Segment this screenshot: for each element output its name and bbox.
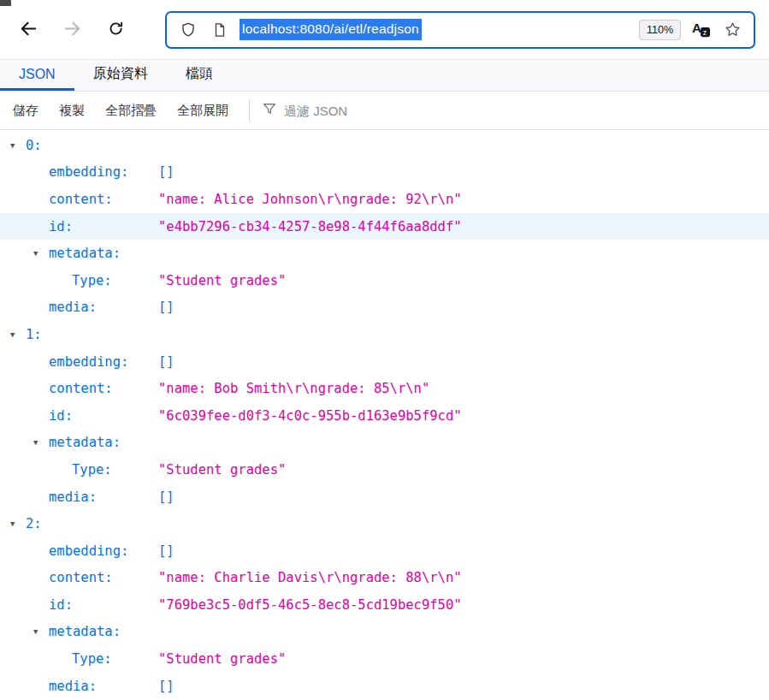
json-row[interactable]: id:"6c039fee-d0f3-4c0c-955b-d163e9b5f9cd… <box>0 402 769 430</box>
json-row[interactable]: content:"name: Alice Johnson\r\ngrade: 9… <box>0 186 769 213</box>
reload-button[interactable] <box>99 14 132 46</box>
expand-arrow-icon[interactable]: ▼ <box>33 249 49 258</box>
json-row[interactable]: Type:"Student grades" <box>0 456 769 483</box>
expand-arrow-icon[interactable]: ▼ <box>33 438 49 447</box>
json-tree: ▼0:embedding:[]content:"name: Alice John… <box>0 130 769 699</box>
expand-all-button[interactable]: 全部展開 <box>177 103 228 119</box>
browser-toolbar: localhost:8080/ai/etl/readjson 110% Az <box>0 0 769 60</box>
copy-button[interactable]: 複製 <box>59 103 85 119</box>
json-value: "name: Charlie Davis\r\ngrade: 88\r\n" <box>158 570 462 585</box>
json-row[interactable]: content:"name: Bob Smith\r\ngrade: 85\r\… <box>0 375 769 402</box>
json-key: id: <box>49 597 73 613</box>
tab-raw-data[interactable]: 原始資料 <box>74 60 167 91</box>
json-key: 2: <box>26 516 42 531</box>
json-key: Type: <box>72 273 112 288</box>
url-input[interactable]: localhost:8080/ai/etl/readjson <box>240 19 422 40</box>
json-key: content: <box>49 381 113 396</box>
json-key: media: <box>49 679 97 694</box>
viewer-tabbar: JSON原始資料檔頭 <box>0 60 769 92</box>
json-key: metadata: <box>49 624 121 639</box>
json-row[interactable]: embedding:[] <box>0 537 769 565</box>
save-button[interactable]: 儲存 <box>13 103 38 119</box>
json-value: "6c039fee-d0f3-4c0c-955b-d163e9b5f9cd" <box>158 408 462 424</box>
json-row[interactable]: ▼metadata: <box>0 619 769 646</box>
expand-arrow-icon[interactable]: ▼ <box>10 519 26 528</box>
json-key: embedding: <box>49 354 128 370</box>
json-key: Type: <box>72 462 112 478</box>
json-key: content: <box>49 192 113 207</box>
url-bar[interactable]: localhost:8080/ai/etl/readjson 110% Az <box>165 11 755 49</box>
json-row[interactable]: ▼metadata: <box>0 240 769 267</box>
tab-json[interactable]: JSON <box>0 60 74 91</box>
filter-json-input[interactable] <box>284 104 472 118</box>
toolbar-separator <box>249 100 250 121</box>
json-row[interactable]: ▼1: <box>0 321 769 348</box>
json-row[interactable]: embedding:[] <box>0 159 769 187</box>
json-value: "Student grades" <box>158 651 286 667</box>
json-key: media: <box>49 489 97 505</box>
json-key: 0: <box>26 138 42 153</box>
json-value: "name: Alice Johnson\r\ngrade: 92\r\n" <box>158 192 462 207</box>
json-value: [] <box>158 354 175 370</box>
json-key: Type: <box>72 651 112 667</box>
json-value: [] <box>158 164 175 180</box>
json-key: metadata: <box>49 435 121 450</box>
filter-funnel-icon <box>262 101 277 120</box>
json-key: id: <box>49 408 73 424</box>
forward-arrow-icon <box>62 19 82 41</box>
expand-arrow-icon[interactable]: ▼ <box>33 627 49 636</box>
window-edge <box>0 0 11 6</box>
json-value: [] <box>158 489 175 505</box>
json-row[interactable]: embedding:[] <box>0 348 769 376</box>
json-row[interactable]: media:[] <box>0 294 769 322</box>
reload-icon <box>107 20 125 40</box>
json-key: content: <box>49 570 113 585</box>
json-value: "Student grades" <box>158 273 286 288</box>
json-key: metadata: <box>49 246 121 261</box>
json-value: [] <box>158 543 175 559</box>
json-row[interactable]: Type:"Student grades" <box>0 645 769 673</box>
json-value: "e4bb7296-cb34-4257-8e98-4f44f6aa8ddf" <box>158 219 462 234</box>
json-key: media: <box>49 300 97 315</box>
json-value: "name: Bob Smith\r\ngrade: 85\r\n" <box>158 381 429 396</box>
json-row[interactable]: media:[] <box>0 673 769 700</box>
svg-text:z: z <box>702 28 706 37</box>
json-row[interactable]: ▼0: <box>0 132 769 159</box>
back-arrow-icon <box>19 19 38 41</box>
json-row[interactable]: content:"name: Charlie Davis\r\ngrade: 8… <box>0 565 769 592</box>
back-button[interactable] <box>12 14 44 46</box>
page-info-icon[interactable] <box>208 18 232 42</box>
tab-headers[interactable]: 檔頭 <box>167 60 232 91</box>
json-value: "769be3c5-0df5-46c5-8ec8-5cd19bec9f50" <box>158 597 462 613</box>
json-row[interactable]: media:[] <box>0 483 769 511</box>
json-row[interactable]: id:"769be3c5-0df5-46c5-8ec8-5cd19bec9f50… <box>0 591 769 619</box>
json-row[interactable]: ▼metadata: <box>0 430 769 457</box>
svg-text:A: A <box>691 21 701 35</box>
json-toolbar: 儲存 複製 全部摺疊 全部展開 <box>0 92 769 130</box>
json-value: "Student grades" <box>158 462 286 478</box>
json-key: embedding: <box>49 543 128 559</box>
json-value: [] <box>158 300 175 315</box>
translate-icon[interactable]: Az <box>689 18 713 42</box>
json-row[interactable]: ▼2: <box>0 510 769 537</box>
json-row[interactable]: id:"e4bb7296-cb34-4257-8e98-4f44f6aa8ddf… <box>0 213 769 240</box>
collapse-all-button[interactable]: 全部摺疊 <box>105 103 157 119</box>
json-row[interactable]: Type:"Student grades" <box>0 267 769 294</box>
json-key: embedding: <box>49 164 128 180</box>
json-key: id: <box>49 219 73 234</box>
expand-arrow-icon[interactable]: ▼ <box>10 330 26 339</box>
zoom-indicator[interactable]: 110% <box>639 20 681 40</box>
json-value: [] <box>158 679 175 694</box>
shield-icon[interactable] <box>176 18 200 42</box>
forward-button[interactable] <box>56 14 88 46</box>
bookmark-star-icon[interactable] <box>720 18 744 42</box>
json-key: 1: <box>26 327 42 342</box>
expand-arrow-icon[interactable]: ▼ <box>10 141 26 150</box>
